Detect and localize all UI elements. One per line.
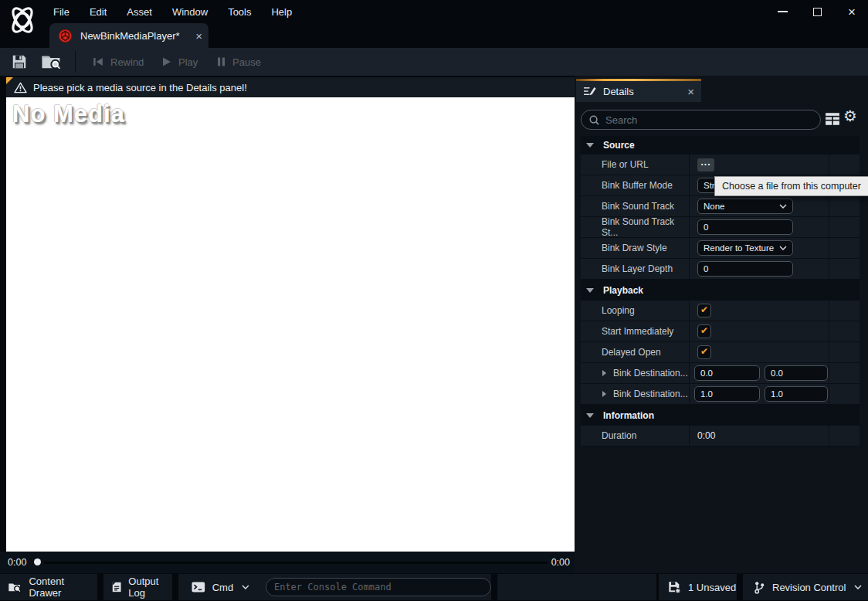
row-spacer [829, 217, 860, 237]
delayed-open-checkbox[interactable]: ✔ [697, 345, 711, 359]
start-immediately-checkbox[interactable]: ✔ [697, 324, 711, 338]
details-tab[interactable]: Details × [576, 81, 701, 102]
destination-lower-x-input[interactable] [700, 389, 754, 399]
menu-item-edit[interactable]: Edit [80, 6, 117, 18]
settings-gear-icon[interactable]: ⚙ [843, 108, 857, 124]
minimize-button[interactable] [775, 5, 789, 19]
minimize-icon [778, 11, 788, 12]
timeline-track[interactable] [44, 562, 548, 564]
property-row-destination-upper-left: Bink Destination... [581, 363, 860, 384]
playback-timeline: 0:00 0:00 [0, 552, 575, 573]
property-label: Bink Sound Track [581, 196, 690, 216]
content-drawer-label: Content Drawer [29, 576, 97, 599]
section-header-playback[interactable]: Playback [581, 280, 860, 300]
close-icon: × [848, 5, 856, 19]
rewind-icon [93, 56, 103, 67]
play-button[interactable]: Play [161, 48, 198, 76]
menu-item-asset[interactable]: Asset [117, 6, 162, 18]
destination-lower-y-field [765, 386, 828, 402]
no-media-label: No Media [12, 100, 575, 128]
property-label: Bink Destination... [613, 368, 688, 379]
video-display-area: No Media [6, 97, 575, 552]
dropdown-value: None [704, 202, 779, 211]
sound-track-start-input[interactable] [704, 222, 787, 232]
asset-tab-close-icon[interactable]: × [195, 30, 202, 42]
output-log-icon [112, 581, 121, 593]
warning-icon [14, 82, 27, 93]
asset-tab[interactable]: NewBinkMediaPlayer* × [49, 23, 209, 49]
row-spacer [829, 154, 860, 175]
property-label: Bink Draw Style [581, 238, 690, 258]
property-label: Bink Destination... [613, 389, 688, 399]
destination-lower-y-input[interactable] [771, 389, 822, 399]
save-button[interactable] [11, 53, 28, 73]
file-browse-button[interactable]: ... [697, 158, 714, 171]
unsaved-status-button[interactable]: 1 Unsaved [659, 574, 737, 600]
row-spacer [829, 384, 860, 404]
row-spacer [829, 196, 860, 216]
looping-checkbox[interactable]: ✔ [697, 304, 711, 317]
property-row-draw-style: Bink Draw Style Render to Texture [581, 238, 860, 259]
duration-value: 0:00 [697, 430, 715, 441]
play-label: Play [178, 56, 198, 68]
expand-arrow-icon[interactable] [602, 391, 606, 397]
status-bar: Content Drawer Output Log Cmd [0, 573, 868, 601]
check-icon: ✔ [700, 325, 708, 336]
destination-lower-x-field [694, 386, 760, 402]
expand-arrow-icon[interactable] [602, 370, 606, 376]
toolbar-separator [75, 51, 76, 73]
output-log-button[interactable]: Output Log [103, 574, 172, 600]
section-header-source[interactable]: Source [581, 136, 860, 154]
menu-item-help[interactable]: Help [261, 6, 302, 18]
property-row-duration: Duration 0:00 [581, 426, 860, 447]
cmd-selector[interactable]: Cmd [212, 582, 233, 593]
property-label: Bink Sound Track St... [581, 217, 690, 237]
rewind-label: Rewind [110, 56, 144, 68]
destination-upper-y-input[interactable] [771, 368, 822, 378]
search-input[interactable] [605, 114, 813, 126]
content-drawer-button[interactable]: Content Drawer [0, 574, 97, 600]
timeline-scrubber-handle[interactable] [34, 559, 41, 565]
maximize-button[interactable] [810, 5, 824, 19]
close-button[interactable]: × [845, 5, 859, 19]
menu-item-file[interactable]: File [43, 6, 80, 18]
details-panel: Details × ⚙ Source [575, 76, 868, 573]
content-drawer-icon [8, 581, 22, 593]
chevron-down-icon [854, 585, 862, 589]
section-title: Information [603, 410, 654, 421]
ellipsis-icon: ... [700, 157, 710, 168]
media-warning-banner: Please pick a media source in the Detail… [6, 77, 575, 97]
layer-depth-input[interactable] [704, 264, 787, 273]
row-spacer [829, 363, 860, 383]
chevron-down-icon [779, 246, 787, 250]
sound-track-dropdown[interactable]: None [697, 199, 793, 214]
window-controls: × [775, 0, 859, 23]
menu-item-window[interactable]: Window [162, 6, 218, 18]
section-header-information[interactable]: Information [581, 405, 860, 426]
chevron-down-icon[interactable] [242, 585, 249, 589]
rewind-button[interactable]: Rewind [93, 48, 144, 76]
console-section: Cmd [178, 574, 491, 600]
draw-style-dropdown[interactable]: Render to Texture [697, 240, 793, 256]
browse-to-asset-button[interactable] [40, 53, 63, 74]
timeline-current-time: 0:00 [8, 557, 26, 568]
display-filter-button[interactable] [825, 112, 840, 129]
unreal-engine-logo-icon[interactable] [5, 2, 40, 38]
section-title: Playback [603, 285, 643, 296]
property-label: Start Immediately [581, 321, 690, 341]
property-row-looping: Looping ✔ [581, 300, 860, 321]
revision-control-branch-icon [754, 581, 765, 594]
pause-button[interactable]: Pause [217, 48, 261, 76]
layer-depth-field [697, 261, 793, 277]
console-command-input[interactable] [274, 582, 483, 593]
details-tab-close-icon[interactable]: × [687, 86, 694, 97]
menu-item-tools[interactable]: Tools [218, 6, 261, 18]
search-icon [588, 114, 600, 126]
toolbar: Rewind Play Pause [0, 48, 868, 76]
details-search-box[interactable] [581, 110, 821, 130]
destination-upper-x-input[interactable] [700, 368, 754, 378]
revision-control-menu[interactable]: Revision Control [743, 574, 868, 600]
pause-icon [217, 56, 225, 67]
details-tab-title: Details [603, 86, 634, 97]
unsaved-corner-triangle-icon [6, 77, 13, 84]
